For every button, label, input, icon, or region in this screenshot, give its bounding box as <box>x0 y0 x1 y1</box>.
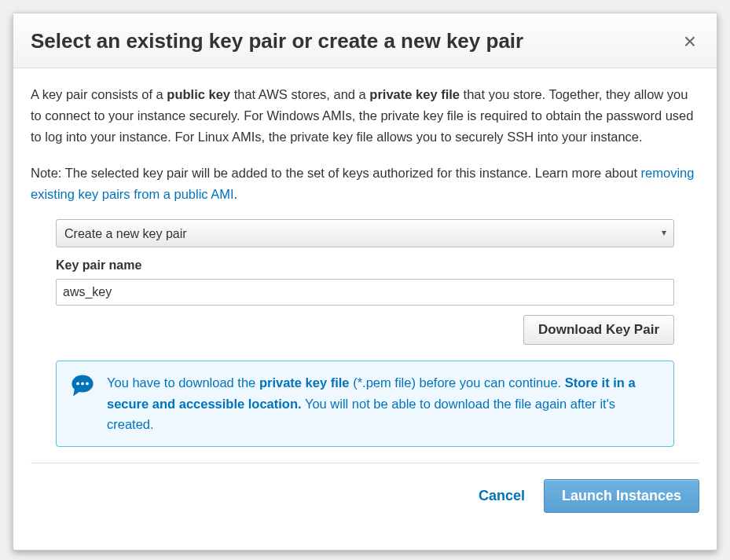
divider <box>31 463 699 463</box>
svg-point-2 <box>81 382 84 386</box>
download-row: Download Key Pair <box>56 315 674 345</box>
keypair-action-select[interactable]: Create a new key pair <box>56 219 674 247</box>
modal-title: Select an existing key pair or create a … <box>31 29 523 53</box>
close-icon[interactable]: × <box>680 31 699 53</box>
svg-point-1 <box>76 382 79 386</box>
info-box: You have to download the private key fil… <box>56 361 674 446</box>
info-text: You have to download the private key fil… <box>107 372 661 434</box>
cancel-button[interactable]: Cancel <box>479 488 525 504</box>
modal-body: A key pair consists of a public key that… <box>13 68 717 550</box>
description-text: A key pair consists of a public key that… <box>31 84 699 148</box>
svg-point-3 <box>86 382 89 386</box>
modal-footer: Cancel Launch Instances <box>31 479 699 518</box>
form-area: Create a new key pair ▾ Key pair name Do… <box>31 219 699 447</box>
launch-instances-button[interactable]: Launch Instances <box>544 479 699 513</box>
download-keypair-button[interactable]: Download Key Pair <box>523 315 674 345</box>
speech-bubble-icon <box>69 372 96 434</box>
note-text: Note: The selected key pair will be adde… <box>31 163 699 205</box>
keypair-name-label: Key pair name <box>56 255 674 276</box>
modal-header: Select an existing key pair or create a … <box>13 13 717 68</box>
keypair-name-input[interactable] <box>56 279 674 306</box>
key-pair-modal: Select an existing key pair or create a … <box>13 13 717 551</box>
keypair-select-wrap: Create a new key pair ▾ <box>56 219 674 247</box>
